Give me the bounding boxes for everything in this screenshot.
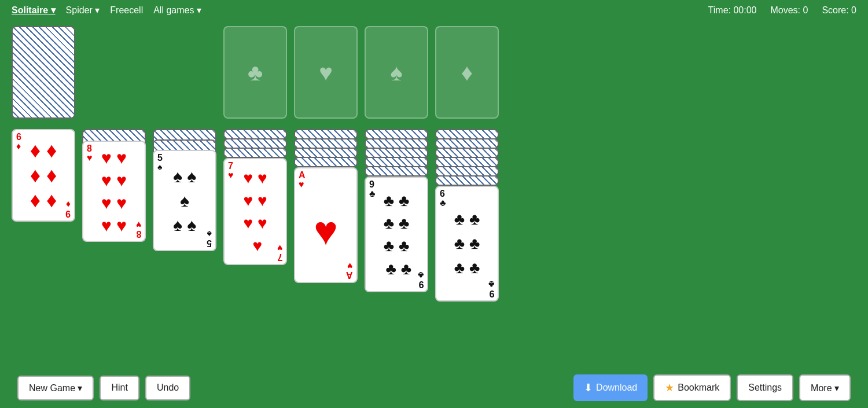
download-label: Download	[596, 383, 637, 393]
star-icon: ★	[665, 381, 674, 394]
tableau-column-7: 6♣ ♣ ♣♣ ♣♣ ♣ 9♣	[435, 129, 499, 361]
nav-solitaire[interactable]: Solitaire ▾	[12, 5, 56, 16]
col6-fd5	[365, 166, 428, 177]
bookmark-button[interactable]: ★ Bookmark	[653, 374, 731, 401]
download-icon: ⬇	[584, 381, 593, 394]
tableau-column-2: 8♥ ♥ ♥♥ ♥♥ ♥♥ ♥ 8♥	[82, 129, 146, 280]
time-stat: Time: 00:00	[708, 5, 757, 16]
top-row: ♣ ♥ ♠ ♦	[12, 26, 856, 119]
download-button[interactable]: ⬇ Download	[573, 374, 648, 401]
card-8-hearts[interactable]: 8♥ ♥ ♥♥ ♥♥ ♥♥ ♥ 8♥	[82, 141, 146, 242]
col5-fd4	[294, 157, 358, 167]
col4-fd3	[223, 148, 287, 158]
nav-freecell[interactable]: Freecell	[110, 5, 143, 16]
nav-all-games[interactable]: All games ▾	[153, 5, 201, 16]
new-game-button[interactable]: New Game ▾	[17, 376, 94, 400]
top-navigation: Solitaire ▾ Spider ▾ Freecell All games …	[0, 0, 868, 20]
game-area: ♣ ♥ ♠ ♦ 6♦ ♦ ♦♦ ♦♦ ♦ 9♦	[0, 20, 868, 366]
foundation-hearts[interactable]: ♥	[294, 26, 358, 119]
undo-button[interactable]: Undo	[145, 376, 190, 400]
col7-fd6	[435, 175, 499, 186]
nav-stats: Time: 00:00 Moves: 0 Score: 0	[708, 5, 856, 16]
nav-left: Solitaire ▾ Spider ▾ Freecell All games …	[12, 5, 201, 16]
tableau-column-6: 9♣ ♣ ♣♣ ♣♣ ♣ ♣ ♣ 9♣	[365, 129, 428, 349]
card-9-clubs[interactable]: 9♣ ♣ ♣♣ ♣♣ ♣ ♣ ♣ 9♣	[365, 177, 428, 292]
spacer2	[153, 26, 216, 119]
score-stat: Score: 0	[822, 5, 856, 16]
foundation-diamonds[interactable]: ♦	[435, 26, 499, 119]
settings-button[interactable]: Settings	[737, 374, 793, 401]
more-button[interactable]: More ▾	[799, 374, 851, 401]
bookmark-label: Bookmark	[678, 383, 719, 393]
stock-pile[interactable]	[12, 26, 75, 119]
bottom-left-controls: New Game ▾ Hint Undo	[17, 376, 190, 400]
bottom-right-controls: ⬇ Download ★ Bookmark Settings More ▾	[573, 374, 851, 401]
tableau-column-4: 7♥ ♥ ♥♥ ♥♥ ♥ ♥ 7♥	[223, 129, 287, 314]
card-5-spades[interactable]: 5♠ ♠ ♠♠♠ ♠ 5♠	[153, 150, 216, 251]
foundation-spades[interactable]: ♠	[365, 26, 428, 119]
waste-spacer	[82, 26, 146, 119]
hint-button[interactable]: Hint	[100, 376, 139, 400]
tableau-column-1: 6♦ ♦ ♦♦ ♦♦ ♦ 9♦	[12, 129, 75, 233]
card-7-hearts[interactable]: 7♥ ♥ ♥♥ ♥♥ ♥ ♥ 7♥	[223, 158, 287, 265]
card-6-clubs[interactable]: 6♣ ♣ ♣♣ ♣♣ ♣ 9♣	[435, 186, 499, 302]
foundation-clubs[interactable]: ♣	[223, 26, 287, 119]
tableau-column-3: 5♠ ♠ ♠♠♠ ♠ 5♠	[153, 129, 216, 297]
nav-spider[interactable]: Spider ▾	[66, 5, 100, 16]
bottom-bar: New Game ▾ Hint Undo ⬇ Download ★ Bookma…	[0, 367, 868, 408]
card-6-diamonds[interactable]: 6♦ ♦ ♦♦ ♦♦ ♦ 9♦	[12, 129, 75, 222]
tableau: 6♦ ♦ ♦♦ ♦♦ ♦ 9♦ 8♥ ♥ ♥♥ ♥♥ ♥♥ ♥ 8♥	[12, 129, 856, 361]
tableau-column-5: A♥ ♥ A♥	[294, 129, 358, 332]
moves-stat: Moves: 0	[770, 5, 808, 16]
card-ace-hearts[interactable]: A♥ ♥ A♥	[294, 167, 358, 283]
